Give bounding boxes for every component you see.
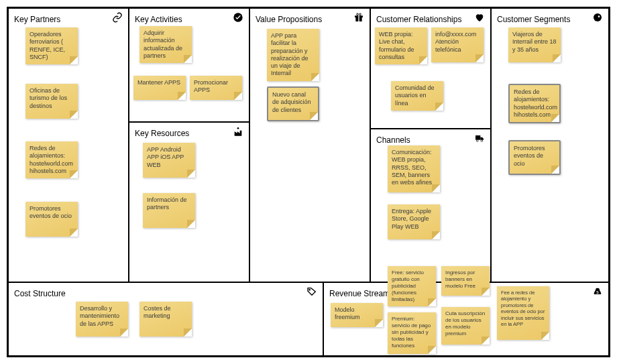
block-title: Value Propositions: [256, 15, 322, 24]
block-title: Key Activities: [135, 15, 182, 24]
block-key-activities: Key Activities Adquirir información actu…: [129, 8, 249, 122]
block-key-partners: Key Partners Operadores ferroviarios ( R…: [8, 8, 129, 282]
block-cost-structure: Cost Structure Desarrollo y mantenimient…: [8, 282, 323, 356]
svg-point-8: [481, 140, 483, 142]
block-revenue-streams: Revenue Streams $ Modelo freemium Free: …: [323, 282, 609, 356]
link-icon: [112, 12, 123, 25]
sticky-note[interactable]: info@xxxx.com Atención telefónica: [431, 27, 484, 62]
sticky-note-framed[interactable]: Redes de alojamientos: hostelworld.com h…: [508, 84, 561, 123]
tag-icon: [306, 286, 317, 299]
sticky-note[interactable]: APP para facilitar la preparación y real…: [267, 29, 319, 81]
sticky-note[interactable]: Ingresos por banners en modelo Free: [441, 266, 490, 296]
money-icon: $: [592, 286, 603, 299]
sticky-note-framed[interactable]: Promotores eventos de ocio: [508, 140, 561, 175]
block-key-resources: Key Resources APP Android APP iOS APP WE…: [129, 122, 249, 282]
block-title: Key Resources: [135, 129, 189, 138]
sticky-note[interactable]: Modelo freemium: [331, 303, 383, 327]
truck-icon: [474, 133, 485, 145]
sticky-note[interactable]: Oficinas de turismo de los destinos: [25, 84, 78, 119]
gift-icon: [353, 12, 364, 25]
block-channels: Channels Comunicación: WEB propia, RRSS,…: [370, 129, 491, 282]
sticky-note[interactable]: Comunidad de usuarios en línea: [391, 81, 443, 111]
sticky-note[interactable]: Premium: servicio de pago sin publicidad…: [388, 312, 436, 354]
sticky-note[interactable]: Operadores ferroviarios ( RENFE, ICE, SN…: [25, 27, 78, 64]
business-model-canvas: Key Partners Operadores ferroviarios ( R…: [7, 7, 610, 357]
sticky-note[interactable]: Información de partners: [143, 193, 195, 228]
block-customer-relationships: Customer Relationships WEB propia: Live …: [370, 8, 491, 129]
sticky-note[interactable]: Entrega: Apple Store, Google Play WEB: [388, 204, 440, 239]
svg-rect-4: [358, 15, 359, 21]
block-title: Key Partners: [14, 15, 60, 24]
sticky-note[interactable]: Costes de marketing: [139, 302, 192, 337]
sticky-note[interactable]: APP Android APP iOS APP WEB: [143, 143, 195, 178]
sticky-note[interactable]: Mantener APPS: [133, 76, 186, 100]
sticky-note[interactable]: WEB propia: Live chat, formulario de con…: [375, 27, 427, 64]
heart-icon: [474, 12, 485, 25]
block-title: Cost Structure: [14, 289, 66, 298]
block-title: Customer Segments: [497, 15, 570, 24]
svg-point-7: [476, 140, 478, 142]
sticky-note[interactable]: Promocionar APPS: [190, 76, 242, 100]
svg-point-1: [237, 127, 239, 129]
block-title: Customer Relationships: [376, 15, 461, 24]
block-title: Revenue Streams: [329, 289, 394, 298]
block-title: Channels: [376, 135, 410, 145]
sticky-note[interactable]: Fee a redes de alojamiento y promotores …: [497, 286, 549, 340]
user-icon: [592, 12, 603, 25]
svg-point-11: [309, 290, 310, 290]
svg-point-5: [357, 13, 359, 15]
sticky-note[interactable]: Promotores eventos de ocio: [25, 202, 78, 237]
check-icon: [233, 12, 243, 25]
sticky-note[interactable]: Free: servicio gratuito con publicidad (…: [388, 266, 436, 306]
sticky-note[interactable]: Comunicación: WEB propia, RRSS, SEO, SEM…: [388, 145, 440, 192]
sticky-note[interactable]: Adquirir información actualizada de part…: [139, 26, 192, 63]
sticky-note[interactable]: Redes de alojamientos: hostelworld.com h…: [25, 141, 78, 178]
factory-icon: [233, 126, 243, 139]
block-value-propositions: Value Propositions APP para facilitar la…: [249, 8, 370, 282]
svg-point-9: [594, 13, 602, 21]
block-customer-segments: Customer Segments Viajeros de Interrail …: [491, 8, 609, 282]
sticky-note[interactable]: Desarrollo y mantenimiento de las APPS: [76, 302, 128, 337]
svg-point-6: [359, 13, 361, 15]
svg-point-10: [598, 15, 600, 17]
sticky-note-framed[interactable]: Nuevo canal de adquisición de clientes: [267, 86, 319, 121]
sticky-note[interactable]: Cuta suscripción de los usuarios en mode…: [441, 307, 490, 345]
sticky-note[interactable]: Viajeros de Interrail entre 18 y 35 años: [508, 27, 561, 62]
